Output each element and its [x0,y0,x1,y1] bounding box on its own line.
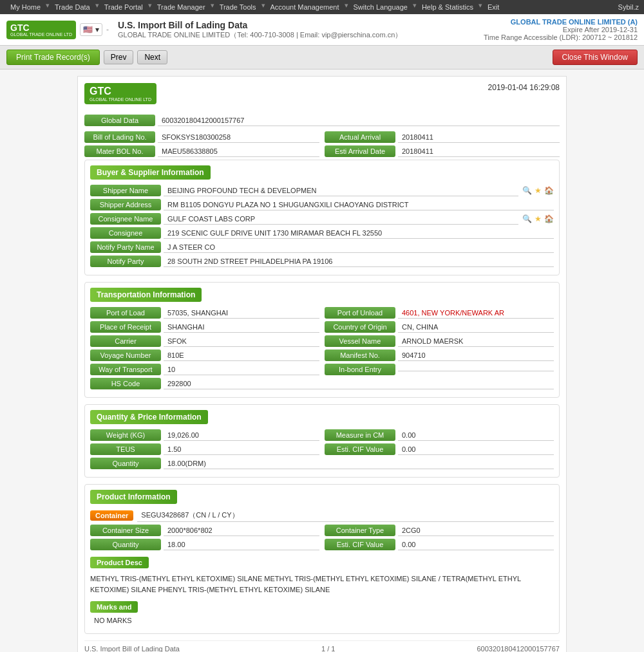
port-unload-value: 4601, NEW YORK/NEWARK AR [398,308,554,319]
teus-label: TEUS [90,443,161,455]
nav-trade-data[interactable]: Trade Data [50,1,95,13]
port-unload-label: Port of Unload [325,307,395,319]
nav-trade-portal[interactable]: Trade Portal [99,1,148,13]
shipper-star-icon[interactable]: ★ [535,186,542,195]
record-logo-sub: GLOBAL TRADE ONLINE LTD [90,97,151,102]
inbond-value [398,368,554,371]
product-cif-field: Esti. CIF Value 0.00 [325,539,554,550]
quantity-value: 18.00(DRM) [164,458,554,469]
flag-icon: 🇺🇸 [83,25,93,34]
mater-bol-row: Mater BOL No. MAEU586338805 Esti Arrival… [84,145,560,157]
container-size-field: Container Size 2000*806*802 [90,525,319,536]
esti-arrival-field: Esti Arrival Date 20180411 [325,145,560,157]
quantity-label: Quantity [90,458,161,469]
ldr-range: Time Range Accessible (LDR): 200712 ~ 20… [484,33,638,41]
consignee-star-icon[interactable]: ★ [535,214,542,223]
nav-switch-language[interactable]: Switch Language [348,1,413,13]
container-type-field: Container Type 2CG0 [325,525,554,536]
weight-label: Weight (KG) [90,429,161,441]
nav-trade-tools[interactable]: Trade Tools [214,1,261,13]
main-content: GTC GLOBAL TRADE ONLINE LTD 2019-01-04 1… [77,76,567,652]
close-button-top[interactable]: Close This Window [553,50,638,65]
consignee-search-icon[interactable]: 🔍 [522,214,532,223]
vessel-name-field: Vessel Name ARNOLD MAERSK [325,335,554,347]
consignee-label: Consignee [90,227,161,239]
transportation-section: Transportation Information Port of Load … [84,282,560,398]
shipper-name-value: BEIJING PROFOUND TECH & DEVELOPMEN [164,185,518,196]
buyer-supplier-section: Buyer & Supplier Information Shipper Nam… [84,160,560,275]
container-type-label: Container Type [325,525,395,536]
transportation-header: Transportation Information [90,288,202,302]
shipper-search-icon[interactable]: 🔍 [522,186,532,195]
port-load-field: Port of Load 57035, SHANGHAI [90,307,319,319]
print-button-top[interactable]: Print Trade Record(s) [6,50,100,65]
quantity-price-header: Quantity & Price Information [90,410,208,424]
place-receipt-field: Place of Receipt SHANGHAI [90,321,319,333]
record-logo-text: GTC [90,86,111,97]
container-row: Container SEGU3428687（CN / L / CY） [90,509,554,522]
content-area: GTC GLOBAL TRADE ONLINE LTD 2019-01-04 1… [0,70,644,652]
weight-value: 19,026.00 [164,430,319,441]
record-footer: U.S. Import Bill of Lading Data 1 / 1 60… [84,640,560,652]
receipt-origin-row: Place of Receipt SHANGHAI Country of Ori… [90,321,554,333]
manifest-value: 904710 [398,350,554,361]
carrier-value: SFOK [164,336,319,347]
actual-arrival-label: Actual Arrival [325,131,395,143]
product-qty-label: Quantity [90,539,161,550]
consignee-row: Consignee 219 SCENIC GULF DRIVE UNIT 173… [90,227,554,239]
header-title-area: U.S. Import Bill of Lading Data GLOBAL T… [118,20,402,40]
vessel-name-label: Vessel Name [325,335,395,347]
container-badge: Container [90,510,133,521]
voyage-value: 810E [164,350,319,361]
page-subtitle: GLOBAL TRADE ONLINE LIMITED（Tel: 400-710… [118,30,402,40]
consignee-name-value: GULF COAST LABS CORP [164,214,518,225]
record-footer-left: U.S. Import Bill of Lading Data [84,645,180,652]
container-size-type-row: Container Size 2000*806*802 Container Ty… [90,525,554,536]
shipper-home-icon[interactable]: 🏠 [544,186,554,195]
consignee-home-icon[interactable]: 🏠 [544,214,554,223]
flag-selector[interactable]: 🇺🇸 ▾ [80,23,102,36]
product-desc-header: Product Desc [90,557,149,568]
product-cif-value: 0.00 [398,539,554,550]
nav-help-statistics[interactable]: Help & Statistics [417,1,478,13]
voyage-label: Voyage Number [90,349,161,361]
product-cif-label: Esti. CIF Value [325,539,395,550]
logo-subtext: GLOBAL TRADE ONLINE LTD [10,32,72,37]
product-info-header: Product Information [90,490,177,504]
prev-button-top[interactable]: Prev [104,50,134,64]
vessel-name-value: ARNOLD MAERSK [398,336,554,347]
product-info-section: Product Information Container SEGU342868… [84,484,560,634]
record-footer-center: 1 / 1 [321,645,335,652]
record-header: GTC GLOBAL TRADE ONLINE LTD 2019-01-04 1… [84,83,560,108]
nav-account-management[interactable]: Account Management [265,1,345,13]
nav-my-home[interactable]: My Home [5,1,46,13]
nav-exit[interactable]: Exit [482,1,504,13]
port-load-label: Port of Load [90,307,161,319]
place-receipt-label: Place of Receipt [90,321,161,333]
record-logo-box: GTC GLOBAL TRADE ONLINE LTD [84,83,156,104]
bol-arrival-row: Bill of Lading No. SFOKSYS180300258 Actu… [84,131,560,143]
quantity-price-section: Quantity & Price Information Weight (KG)… [84,404,560,478]
weight-field: Weight (KG) 19,026.00 [90,429,319,441]
carrier-field: Carrier SFOK [90,335,319,347]
logo-text: GTC [10,23,72,32]
esti-cif-label: Esti. CIF Value [325,443,395,455]
notify-party-name-label: Notify Party Name [90,241,161,253]
quantity-row: Quantity 18.00(DRM) [90,458,554,469]
notify-party-label: Notify Party [90,256,161,267]
marks-value: NO MARKS [90,615,554,626]
product-qty-value: 18.00 [164,539,319,550]
logo-box: GTC GLOBAL TRADE ONLINE LTD [6,21,76,39]
actual-arrival-field: Actual Arrival 20180411 [325,131,560,143]
way-transport-value: 10 [164,364,319,375]
next-button-top[interactable]: Next [137,50,167,64]
shipper-icons: 🔍 ★ 🏠 [522,186,554,195]
shipper-address-row: Shipper Address RM B1105 DONGYU PLAZA NO… [90,199,554,210]
nav-trade-manager[interactable]: Trade Manager [152,1,211,13]
global-data-label: Global Data [84,115,155,126]
container-type-value: 2CG0 [398,525,554,536]
logo-area: GTC GLOBAL TRADE ONLINE LTD 🇺🇸 ▾ - U.S. … [6,20,402,40]
hs-code-value: 292800 [164,378,554,389]
consignee-value: 219 SCENIC GULF DRIVE UNIT 1730 MIRAMAR … [164,228,554,239]
inbond-field: In-bond Entry [325,364,554,375]
